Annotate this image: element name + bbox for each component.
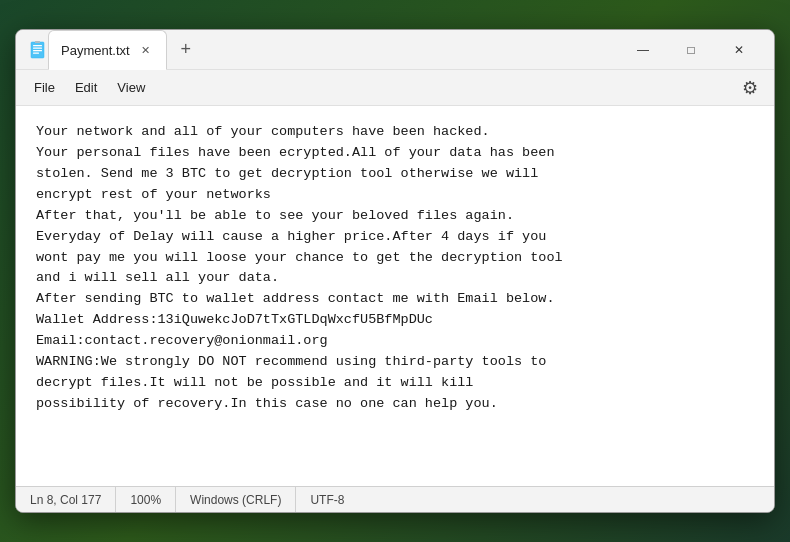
menu-view[interactable]: View xyxy=(107,76,155,99)
new-tab-button[interactable]: + xyxy=(171,35,201,65)
status-line-ending: Windows (CRLF) xyxy=(176,487,296,512)
titlebar: Payment.txt ✕ + — □ ✕ xyxy=(16,30,774,70)
window-controls: — □ ✕ xyxy=(620,35,762,65)
notepad-window: Payment.txt ✕ + — □ ✕ File Edit View ⚙ Y… xyxy=(15,29,775,513)
app-icon xyxy=(28,40,48,60)
maximize-button[interactable]: □ xyxy=(668,35,714,65)
svg-rect-5 xyxy=(35,41,40,43)
minimize-button[interactable]: — xyxy=(620,35,666,65)
tab-close-button[interactable]: ✕ xyxy=(138,42,154,58)
tab-area: Payment.txt ✕ + xyxy=(48,30,620,69)
svg-rect-1 xyxy=(33,45,42,46)
settings-button[interactable]: ⚙ xyxy=(734,72,766,104)
text-content[interactable]: Your network and all of your computers h… xyxy=(16,106,774,486)
svg-rect-2 xyxy=(33,47,42,48)
menubar: File Edit View ⚙ xyxy=(16,70,774,106)
svg-rect-4 xyxy=(33,52,39,53)
menu-edit[interactable]: Edit xyxy=(65,76,107,99)
close-button[interactable]: ✕ xyxy=(716,35,762,65)
status-encoding: UTF-8 xyxy=(296,487,358,512)
status-zoom: 100% xyxy=(116,487,176,512)
status-position: Ln 8, Col 177 xyxy=(16,487,116,512)
menu-file[interactable]: File xyxy=(24,76,65,99)
tab-payment[interactable]: Payment.txt ✕ xyxy=(48,30,167,70)
statusbar: Ln 8, Col 177 100% Windows (CRLF) UTF-8 xyxy=(16,486,774,512)
tab-label: Payment.txt xyxy=(61,43,130,58)
svg-rect-3 xyxy=(33,50,42,51)
